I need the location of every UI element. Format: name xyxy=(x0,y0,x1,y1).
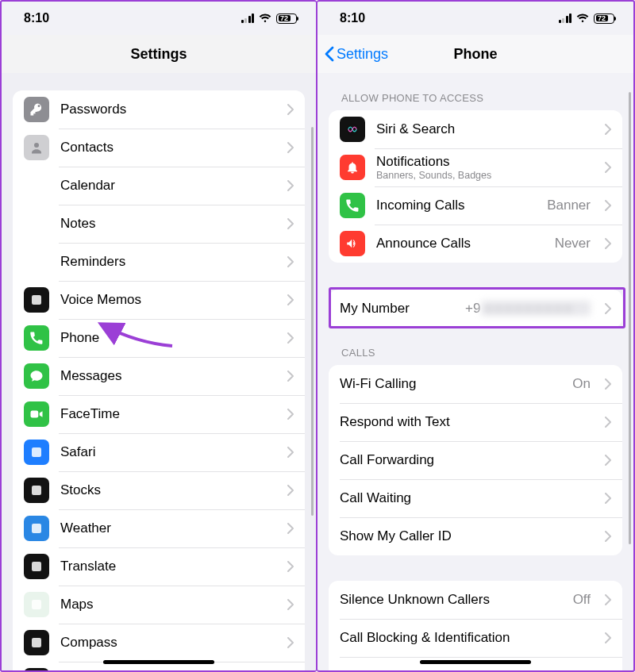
announce-icon xyxy=(340,231,365,256)
chevron-right-icon xyxy=(605,200,611,211)
calls-row-label: Call Forwarding xyxy=(340,452,594,468)
facetime-icon xyxy=(24,401,49,427)
settings-row-passwords[interactable]: Passwords xyxy=(13,90,305,129)
settings-row-safari[interactable]: Safari xyxy=(13,433,305,471)
access-row-value: Never xyxy=(555,236,591,252)
home-indicator xyxy=(103,660,214,664)
reminders-icon xyxy=(24,249,49,275)
access-row-notif[interactable]: Notifications Banners, Sounds, Badges xyxy=(329,148,622,186)
access-row-siri[interactable]: Siri & Search xyxy=(329,110,622,148)
settings-row-stocks[interactable]: Stocks xyxy=(13,471,305,509)
blocking-list: Silence Unknown Callers Off Call Blockin… xyxy=(329,581,622,670)
access-row-subtitle: Banners, Sounds, Badges xyxy=(376,171,594,181)
calls-row-value: On xyxy=(572,376,591,392)
section-header-access: Allow Phone to Access xyxy=(318,73,633,110)
calls-row-waiting[interactable]: Call Waiting xyxy=(329,479,622,517)
my-number-row[interactable]: My Number +9xxxxxxxxx xyxy=(329,290,622,328)
settings-row-compass[interactable]: Compass xyxy=(13,624,305,662)
chevron-right-icon xyxy=(287,599,294,610)
calls-row-wificall[interactable]: Wi-Fi Calling On xyxy=(329,365,622,403)
settings-row-label: Phone xyxy=(60,330,276,346)
voicememos-icon xyxy=(24,287,49,313)
calls-row-respond[interactable]: Respond with Text xyxy=(329,403,622,441)
settings-row-label: FaceTime xyxy=(60,406,276,422)
settings-row-voicememos[interactable]: Voice Memos xyxy=(13,281,305,319)
status-bar: 8:10 72 xyxy=(318,2,633,35)
settings-navbar: Settings xyxy=(2,35,316,73)
battery-icon: 72 xyxy=(594,13,614,24)
notes-icon xyxy=(24,211,49,236)
chevron-right-icon xyxy=(605,531,611,542)
chevron-right-icon xyxy=(287,294,294,305)
chevron-right-icon xyxy=(287,485,294,496)
settings-row-facetime[interactable]: FaceTime xyxy=(13,395,305,433)
settings-row-reminders[interactable]: Reminders xyxy=(13,243,305,281)
notif-icon xyxy=(340,155,365,180)
settings-row-maps[interactable]: Maps xyxy=(13,586,305,624)
calls-row-callerid[interactable]: Show My Caller ID xyxy=(329,517,622,555)
chevron-right-icon xyxy=(287,561,294,572)
translate-icon xyxy=(24,554,49,579)
status-time: 8:10 xyxy=(340,11,365,25)
scroll-indicator xyxy=(311,127,314,516)
settings-row-label: Calendar xyxy=(60,178,276,194)
settings-row-calendar[interactable]: Calendar xyxy=(13,167,305,205)
my-number-value: +9xxxxxxxxx xyxy=(465,301,591,317)
settings-row-notes[interactable]: Notes xyxy=(13,205,305,243)
battery-icon: 72 xyxy=(276,13,297,24)
compass-icon xyxy=(24,630,49,655)
access-row-label: Incoming Calls xyxy=(376,198,536,213)
access-row-incoming[interactable]: Incoming Calls Banner xyxy=(329,186,622,225)
siri-icon xyxy=(340,117,365,142)
chevron-right-icon xyxy=(287,180,294,191)
status-indicators: 72 xyxy=(559,13,615,24)
block-row-blockid[interactable]: Call Blocking & Identification xyxy=(329,619,622,657)
back-button[interactable]: Settings xyxy=(324,46,388,63)
calls-list: Wi-Fi Calling On Respond with Text Call … xyxy=(329,365,622,555)
settings-row-weather[interactable]: Weather xyxy=(13,509,305,547)
chevron-right-icon xyxy=(287,218,294,229)
settings-row-contacts[interactable]: Contacts xyxy=(13,129,305,167)
wifi-icon xyxy=(259,13,271,23)
settings-row-phone[interactable]: Phone xyxy=(13,319,305,357)
page-title: Settings xyxy=(130,46,187,63)
block-row-label: Call Blocking & Identification xyxy=(340,630,594,646)
settings-row-label: Contacts xyxy=(60,140,276,156)
phone-settings-screen: 8:10 72 Settings Phone Allow Phone to Ac… xyxy=(317,0,635,672)
chevron-left-icon xyxy=(324,46,335,62)
block-row-label: Blocked Contacts xyxy=(340,668,594,670)
messages-icon xyxy=(24,363,49,389)
cellular-icon xyxy=(241,13,255,23)
settings-row-translate[interactable]: Translate xyxy=(13,547,305,586)
chevron-right-icon xyxy=(605,493,611,504)
chevron-right-icon xyxy=(287,447,294,458)
chevron-right-icon xyxy=(605,238,611,249)
my-number-label: My Number xyxy=(340,301,454,317)
chevron-right-icon xyxy=(287,142,294,153)
status-bar: 8:10 72 xyxy=(2,2,316,35)
status-indicators: 72 xyxy=(241,13,298,24)
settings-list: Passwords Contacts Calendar Notes Remind… xyxy=(13,90,305,670)
settings-row-label: Passwords xyxy=(60,102,276,117)
access-row-label: Notifications xyxy=(376,154,594,170)
chevron-right-icon xyxy=(605,455,611,466)
access-row-announce[interactable]: Announce Calls Never xyxy=(329,225,622,263)
chevron-right-icon xyxy=(287,256,294,267)
chevron-right-icon xyxy=(287,371,294,382)
settings-row-label: Voice Memos xyxy=(60,292,276,308)
block-row-silence[interactable]: Silence Unknown Callers Off xyxy=(329,581,622,619)
settings-row-label: Compass xyxy=(60,635,276,651)
page-title: Phone xyxy=(453,46,497,63)
phone-content[interactable]: Allow Phone to Access Siri & Search Noti… xyxy=(318,73,633,670)
block-row-label: Silence Unknown Callers xyxy=(340,592,562,608)
settings-row-label: Notes xyxy=(60,216,276,232)
settings-row-messages[interactable]: Messages xyxy=(13,357,305,395)
block-row-value: Off xyxy=(573,592,591,608)
weather-icon xyxy=(24,516,49,541)
calls-row-forward[interactable]: Call Forwarding xyxy=(329,441,622,479)
chevron-right-icon xyxy=(605,378,611,390)
settings-row-label: Maps xyxy=(60,597,276,612)
settings-content[interactable]: Passwords Contacts Calendar Notes Remind… xyxy=(2,73,316,670)
settings-row-label: Reminders xyxy=(60,254,276,270)
passwords-icon xyxy=(24,97,49,122)
